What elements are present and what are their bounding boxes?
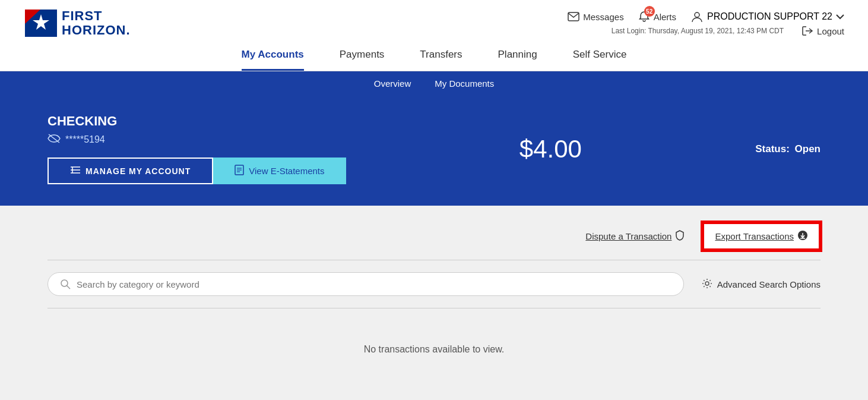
search-wrapper [47,272,684,296]
header: FIRST HORIZON. Messages [0,0,868,71]
account-info-col: CHECKING *****5194 [47,114,346,184]
logout-icon [802,26,813,36]
sub-nav: Overview My Documents [0,71,868,96]
status-value: Open [795,143,821,155]
transactions-toolbar: Dispute a Transaction Export Transaction… [0,206,868,260]
account-section: CHECKING *****5194 [0,96,868,206]
nav-planning[interactable]: Planning [498,49,537,71]
svg-point-5 [695,12,699,17]
logo-first: FIRST [62,9,131,23]
account-number: *****5194 [65,134,105,145]
main-nav: My Accounts Payments Transfers Planning … [24,40,844,71]
header-top: FIRST HORIZON. Messages [24,0,844,40]
logo-text: FIRST HORIZON. [62,9,131,37]
messages-button[interactable]: Messages [568,12,623,22]
advanced-search-label: Advanced Search Options [717,279,821,289]
messages-label: Messages [583,12,623,22]
logo-area: FIRST HORIZON. [24,8,131,38]
account-number-row: *****5194 [47,134,105,146]
account-type: CHECKING [47,114,117,129]
chevron-down-icon [836,14,844,20]
estatements-button[interactable]: View E-Statements [213,158,346,184]
manage-icon [70,166,81,176]
alerts-button[interactable]: 52 Alerts [638,11,676,23]
sub-nav-documents[interactable]: My Documents [435,78,494,89]
nav-payments[interactable]: Payments [340,49,385,71]
logo-horizon: HORIZON. [62,23,131,37]
svg-rect-4 [568,12,579,21]
messages-icon [568,12,579,21]
account-balance: $4.00 [519,135,582,163]
logout-button[interactable]: Logout [802,26,844,36]
svg-point-21 [705,282,709,285]
svg-point-19 [61,280,68,286]
dispute-label: Dispute a Transaction [585,231,671,241]
status-label: Status: [755,143,790,155]
logo-box: FIRST HORIZON. [24,8,131,38]
download-icon [797,230,808,242]
export-label: Export Transactions [715,231,794,241]
alerts-label: Alerts [654,12,676,22]
account-buttons: MANAGE MY ACCOUNT View E-Statements [47,158,346,184]
header-actions: Messages 52 Alerts [568,10,844,23]
dispute-transaction-link[interactable]: Dispute a Transaction [585,230,685,242]
search-area: Advanced Search Options [0,260,868,308]
last-login: Last Login: Thursday, August 19, 2021, 1… [612,27,784,35]
manage-label: MANAGE MY ACCOUNT [85,166,191,176]
user-icon [690,10,704,23]
no-transactions-text: No transactions available to view. [364,344,505,354]
no-transactions-message: No transactions available to view. [0,308,868,390]
estatements-label: View E-Statements [249,166,324,176]
user-name: PRODUCTION SUPPORT 22 [707,11,832,22]
nav-my-accounts[interactable]: My Accounts [242,49,304,71]
manage-account-button[interactable]: MANAGE MY ACCOUNT [47,158,213,184]
eye-slash-icon [47,134,61,146]
shield-icon [675,230,685,242]
nav-transfers[interactable]: Transfers [420,49,462,71]
document-icon [235,165,244,177]
svg-line-20 [67,286,71,289]
account-status: Status: Open [755,143,821,155]
nav-self-service[interactable]: Self Service [573,49,627,71]
main-content: Dispute a Transaction Export Transaction… [0,206,868,390]
sub-nav-overview[interactable]: Overview [374,78,411,89]
logout-label: Logout [817,26,844,36]
account-info: CHECKING *****5194 [47,114,346,146]
export-transactions-button[interactable]: Export Transactions [702,222,821,250]
gear-icon [702,278,712,291]
header-right: Messages 52 Alerts [568,10,844,36]
alerts-badge-count: 52 [644,6,655,17]
advanced-search-button[interactable]: Advanced Search Options [702,278,821,291]
search-input[interactable] [77,279,671,289]
user-menu[interactable]: PRODUCTION SUPPORT 22 [690,10,844,23]
logo-icon [24,8,58,38]
search-icon [60,279,71,289]
